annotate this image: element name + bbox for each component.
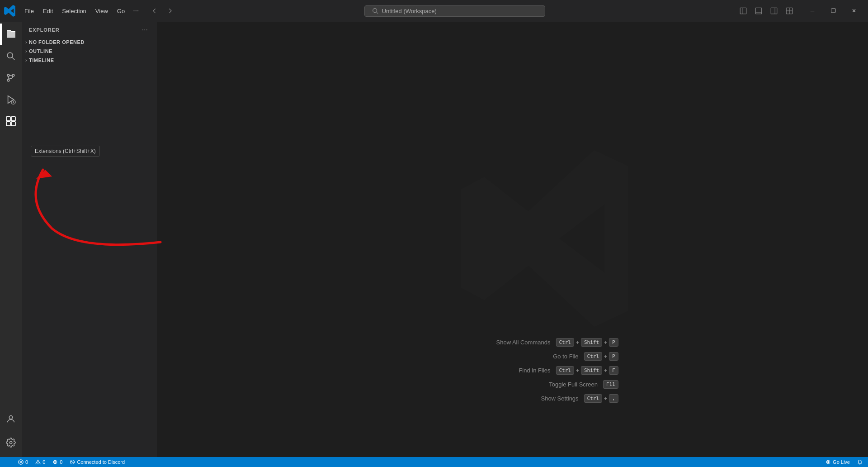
activity-item-account[interactable] <box>0 408 22 430</box>
status-errors[interactable]: 0 <box>16 459 30 465</box>
key-badge: Ctrl <box>584 352 603 361</box>
menu-edit[interactable]: Edit <box>38 6 57 16</box>
shortcut-label: Go to File <box>506 353 579 360</box>
activity-bottom <box>0 408 22 457</box>
menu-selection[interactable]: Selection <box>57 6 90 16</box>
activity-item-explorer[interactable] <box>0 24 22 45</box>
key-badge: F <box>609 366 618 375</box>
layout-buttons <box>736 4 797 18</box>
shortcut-row: Go to File Ctrl + P <box>506 352 618 361</box>
shortcuts-panel: Show All Commands Ctrl + Shift + P Go to… <box>478 338 618 403</box>
svg-point-32 <box>38 463 38 464</box>
key-badge: Ctrl <box>556 338 574 347</box>
svg-rect-4 <box>755 8 762 14</box>
toggle-sidebar-button[interactable] <box>736 4 750 18</box>
key-badge: Shift <box>581 366 602 375</box>
svg-point-14 <box>7 79 9 81</box>
shortcut-row: Show Settings Ctrl + , <box>506 394 618 403</box>
shortcut-row: Toggle Full Screen F11 <box>525 380 618 389</box>
status-ports[interactable]: 0 <box>51 459 64 465</box>
shortcut-label: Toggle Full Screen <box>525 381 598 388</box>
key-badge: Ctrl <box>584 394 603 403</box>
key-separator: + <box>576 339 579 346</box>
shortcut-label: Show All Commands <box>478 339 550 346</box>
svg-rect-6 <box>771 8 777 14</box>
sidebar-header: EXPLORER ··· <box>22 22 157 38</box>
chevron-icon: › <box>25 40 27 45</box>
shortcut-row: Show All Commands Ctrl + Shift + P <box>478 338 618 347</box>
key-separator: + <box>604 367 607 374</box>
svg-rect-21 <box>6 117 10 121</box>
svg-rect-23 <box>6 122 10 126</box>
svg-line-12 <box>12 57 15 60</box>
key-badge: Ctrl <box>556 366 574 375</box>
key-separator: + <box>576 367 579 374</box>
shortcut-keys: F11 <box>603 380 618 389</box>
menu-go[interactable]: Go <box>113 6 129 16</box>
key-badge: F11 <box>603 380 618 389</box>
activity-item-source-control[interactable] <box>0 67 22 89</box>
activity-bar <box>0 22 22 457</box>
status-bar: 0 0 0 Connected to Discord Go Live <box>0 457 868 467</box>
status-warnings[interactable]: 0 <box>33 459 47 465</box>
key-badge: Shift <box>581 338 602 347</box>
chevron-icon: › <box>25 58 27 63</box>
warning-count: 0 <box>42 459 45 465</box>
sidebar-section-label: TIMELINE <box>29 57 54 63</box>
minimize-button[interactable]: ─ <box>802 4 823 18</box>
sidebar-section-outline[interactable]: › OUTLINE <box>22 47 157 56</box>
status-golive[interactable]: Go Live <box>824 459 852 465</box>
svg-rect-22 <box>11 117 15 121</box>
activity-item-settings[interactable] <box>0 432 22 453</box>
activity-item-extensions[interactable] <box>0 110 22 132</box>
nav-back-button[interactable] <box>148 4 161 18</box>
title-bar: File Edit Selection View Go ··· Untitled… <box>0 0 868 22</box>
toggle-panel-button[interactable] <box>751 4 766 18</box>
key-badge: P <box>609 352 618 361</box>
status-left: 0 0 0 Connected to Discord <box>4 459 127 465</box>
activity-item-run[interactable] <box>0 89 22 110</box>
status-discord[interactable]: Connected to Discord <box>68 459 127 465</box>
shortcut-keys: Ctrl + , <box>584 394 618 403</box>
sidebar-more-button[interactable]: ··· <box>140 25 150 35</box>
activity-item-search[interactable] <box>0 45 22 67</box>
svg-point-13 <box>7 74 9 76</box>
vscode-logo <box>4 5 16 17</box>
menu-view[interactable]: View <box>91 6 113 16</box>
close-button[interactable]: ✕ <box>844 4 864 18</box>
sidebar-section-label: OUTLINE <box>29 48 52 54</box>
svg-point-25 <box>9 416 12 419</box>
shortcut-keys: Ctrl + Shift + F <box>556 366 618 375</box>
menu-file[interactable]: File <box>20 6 38 16</box>
window-controls: ─ ❐ ✕ <box>802 4 864 18</box>
shortcut-keys: Ctrl + Shift + P <box>556 338 618 347</box>
key-badge: P <box>609 338 618 347</box>
content-area: Show All Commands Ctrl + Shift + P Go to… <box>157 22 868 457</box>
status-bell[interactable] <box>855 459 864 465</box>
sidebar-section-timeline[interactable]: › TIMELINE <box>22 56 157 65</box>
menu-more[interactable]: ··· <box>129 5 142 17</box>
sidebar-section-no-folder[interactable]: › NO FOLDER OPENED <box>22 38 157 47</box>
sidebar: EXPLORER ··· › NO FOLDER OPENED › OUTLIN… <box>22 22 157 457</box>
svg-point-26 <box>9 441 12 444</box>
svg-rect-24 <box>11 122 15 126</box>
search-area: Untitled (Workspace) <box>179 5 731 17</box>
discord-status: Connected to Discord <box>77 459 125 465</box>
restore-button[interactable]: ❐ <box>823 4 844 18</box>
sidebar-section-label: NO FOLDER OPENED <box>29 39 85 45</box>
vscode-logo-background <box>453 143 643 335</box>
nav-forward-button[interactable] <box>163 4 177 18</box>
shortcut-row: Find in Files Ctrl + Shift + F <box>478 366 618 375</box>
search-box[interactable]: Untitled (Workspace) <box>364 5 545 17</box>
toggle-right-sidebar-button[interactable] <box>767 4 781 18</box>
svg-rect-2 <box>740 8 746 14</box>
sidebar-title: EXPLORER <box>29 27 60 33</box>
chevron-icon: › <box>25 49 27 54</box>
menu-bar: File Edit Selection View Go ··· <box>20 5 142 17</box>
shortcut-label: Show Settings <box>506 395 579 402</box>
svg-point-0 <box>373 9 377 13</box>
search-placeholder: Untitled (Workspace) <box>382 8 437 14</box>
layout-grid-button[interactable] <box>782 4 797 18</box>
svg-line-1 <box>376 12 378 14</box>
status-remote[interactable] <box>4 459 13 465</box>
